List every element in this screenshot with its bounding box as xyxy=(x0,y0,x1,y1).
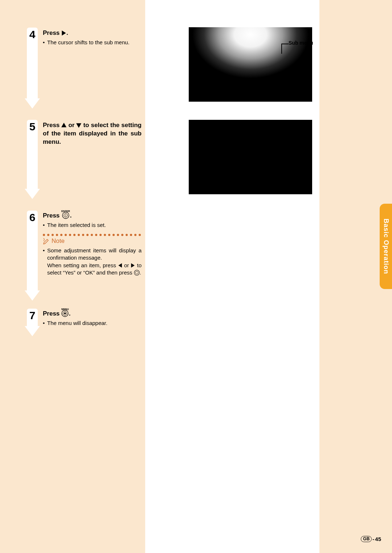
screenshot-black xyxy=(189,120,312,194)
svg-marker-2 xyxy=(76,123,81,128)
section-tab: Basic Operation xyxy=(380,204,392,289)
svg-marker-7 xyxy=(131,263,135,268)
note-heading: Note xyxy=(43,237,142,245)
screenshot-submenu xyxy=(189,27,312,102)
step-5-title: Press or to select the set­ting of the i… xyxy=(43,121,142,146)
note-icon xyxy=(43,237,50,245)
svg-marker-0 xyxy=(62,31,66,36)
step-arrow-head xyxy=(25,290,40,301)
note-label-text: Note xyxy=(52,237,65,245)
step-arrow-head xyxy=(25,189,40,199)
svg-point-12 xyxy=(64,313,66,314)
right-triangle-icon xyxy=(61,31,66,36)
svg-marker-6 xyxy=(118,263,122,268)
step-number: 4 xyxy=(27,28,38,41)
step-4-text: Press . The cursor shifts to the sub men… xyxy=(43,29,142,46)
step-7-title: Press MENU. xyxy=(43,308,142,318)
callout-line xyxy=(281,44,289,44)
submenu-callout-label: Sub menu xyxy=(289,40,313,46)
step-arrow-head xyxy=(25,326,40,336)
svg-point-8 xyxy=(134,270,139,275)
step-7-text: Press MENU. The menu will disappear. xyxy=(43,308,142,327)
step-number: 6 xyxy=(27,211,38,224)
step-6-title: Press ENTER. xyxy=(43,210,142,220)
step-arrow-head xyxy=(25,98,40,109)
note-body: Some adjustment items will display a con… xyxy=(43,247,142,276)
step-6-text: Press ENTER. The item selected is set. N… xyxy=(43,210,142,276)
step-number: 5 xyxy=(27,121,38,133)
page-number: GB-45 xyxy=(361,536,381,542)
left-triangle-icon xyxy=(118,263,122,268)
enter-button-icon xyxy=(62,212,69,219)
step-7-bullet: The menu will disappear. xyxy=(43,320,142,327)
step-5-text: Press or to select the set­ting of the i… xyxy=(43,121,142,146)
region-badge: GB xyxy=(361,536,372,542)
enter-button-icon xyxy=(134,270,140,276)
menu-button-icon xyxy=(61,310,69,317)
step-6-bullet: The item selected is set. xyxy=(43,221,142,229)
down-triangle-icon xyxy=(76,123,81,128)
svg-marker-1 xyxy=(61,123,66,127)
step-4-title: Press . xyxy=(43,29,142,37)
step-4-bullet: The cursor shifts to the sub menu. xyxy=(43,39,142,46)
callout-line xyxy=(281,44,282,54)
step-number: 7 xyxy=(27,309,38,322)
note-divider xyxy=(43,234,142,236)
up-triangle-icon xyxy=(61,123,66,128)
svg-point-9 xyxy=(135,271,138,274)
section-tab-label: Basic Operation xyxy=(382,219,390,274)
right-triangle-icon xyxy=(131,263,135,268)
